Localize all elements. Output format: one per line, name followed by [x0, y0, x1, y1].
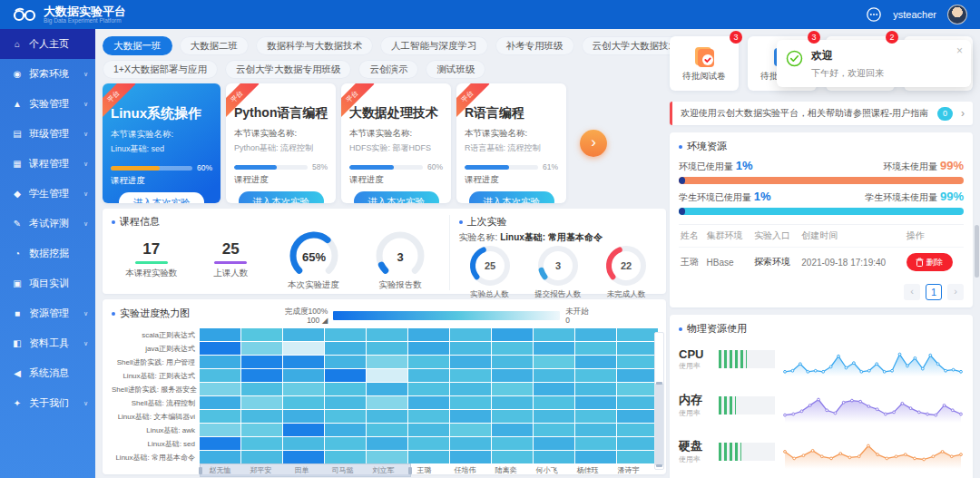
- heatmap-cell: [367, 410, 407, 423]
- logo-icon: [13, 7, 36, 22]
- heatmap-horizontal-zoom-slider[interactable]: [200, 463, 411, 477]
- enter-experiment-button[interactable]: 进入本次实验: [469, 191, 554, 203]
- class-tab[interactable]: 大数据一班: [103, 36, 172, 55]
- heatmap-cell: [241, 369, 282, 382]
- announcement-bar[interactable]: 欢迎使用云创大数据实验平台，相关帮助请参照课程-用户指南 0 ›: [670, 102, 973, 125]
- heatmap-cell: [617, 410, 658, 423]
- heatmap-cell: [283, 437, 324, 450]
- sidebar-item-8[interactable]: ▣项目实训: [0, 268, 95, 298]
- heatmap-cell: [367, 383, 407, 395]
- chevron-down-icon: ∨: [83, 340, 88, 347]
- table-header: 实验入口: [752, 225, 799, 248]
- heatmap-cell: [325, 437, 366, 450]
- heatmap-panel: 实验进度热力图 完成度100% 100 ◢ 未开始 0 scala正则表达式ja…: [103, 299, 666, 474]
- legend-min-value: 0: [565, 316, 589, 325]
- sidebar-item-9[interactable]: ■资源管理∨: [0, 298, 95, 328]
- class-tab[interactable]: 大数据二班: [180, 36, 250, 55]
- pending-card-0[interactable]: 待批阅试卷3: [670, 36, 739, 91]
- env-usage-bar: [679, 208, 964, 215]
- usage-sparkline: [782, 385, 964, 425]
- heatmap-cell: [575, 451, 616, 463]
- heatmap-row-label: Shell进阶实践: 用户管理: [112, 356, 195, 369]
- course-card-2: 平台大数据处理技术本节课实验名称:HDFS实验: 部署HDFS60%课程进度进入…: [341, 83, 451, 203]
- carousel-next-button[interactable]: ›: [580, 130, 607, 157]
- experiment-entry-link[interactable]: 探索环境: [754, 257, 790, 267]
- sidebar-item-0[interactable]: ⌂个人主页: [0, 29, 95, 59]
- heatmap-cell: [534, 383, 574, 395]
- experiment-name-label: 本节课实验名称:: [111, 129, 212, 141]
- messages-icon[interactable]: [866, 6, 882, 23]
- class-tab[interactable]: 云创大学大数据专用班级: [225, 60, 352, 79]
- sidebar-item-10[interactable]: ◧资料工具∨: [0, 328, 95, 358]
- heatmap-cell: [367, 424, 407, 436]
- page-next-button[interactable]: ›: [947, 284, 964, 300]
- heatmap-y-labels: scala正则表达式java正则表达式Shell进阶实践: 用户管理Linux基…: [112, 328, 200, 477]
- sidebar-item-1[interactable]: ◉探索环境∨: [0, 59, 95, 89]
- sidebar-item-7[interactable]: ◔数据挖掘: [0, 239, 95, 268]
- env-left-label: 学生环境已使用量 1%: [679, 190, 771, 204]
- heatmap-cell: [575, 328, 616, 341]
- announcement-arrow-icon[interactable]: ›: [961, 107, 965, 120]
- class-tab[interactable]: 测试班级: [426, 60, 485, 79]
- right-column: 待批阅试卷3待批注报告32 欢迎 下午好，欢迎回来 × 欢迎使用云创大数据实验平…: [670, 36, 973, 478]
- user-avatar[interactable]: [947, 5, 967, 24]
- heatmap-cell: [241, 383, 282, 395]
- heatmap-cell: [617, 424, 658, 436]
- heatmap-row-label: Linux基础: sed: [112, 437, 195, 451]
- sidebar-item-6[interactable]: ✎考试评测∨: [0, 209, 95, 239]
- course-title: Linux系统操作: [111, 105, 212, 122]
- class-tab[interactable]: 数据科学与大数据技术: [256, 36, 373, 55]
- page-prev-button[interactable]: ‹: [904, 284, 920, 300]
- heatmap-cell: [200, 383, 240, 395]
- sidebar-item-5[interactable]: ◆学生管理∨: [0, 179, 95, 209]
- app-subtitle: Big Data Experiment Platform: [44, 17, 126, 24]
- student-icon: ◆: [12, 189, 23, 199]
- class-tab[interactable]: 补考专用班级: [495, 36, 574, 55]
- heatmap-cell: [408, 437, 449, 450]
- heatmap-cell: [575, 410, 616, 423]
- enter-experiment-button[interactable]: 进入本次实验: [354, 191, 439, 203]
- class-tab[interactable]: 1+X大数据部署与应用: [103, 60, 218, 79]
- chevron-down-icon: ∨: [83, 400, 88, 407]
- heatmap-cell: [241, 437, 282, 450]
- home-icon: ⌂: [12, 39, 23, 49]
- legend-max-value: 100 ◢: [285, 316, 328, 325]
- heatmap-cell: [283, 383, 324, 395]
- resource-name: 硬盘: [679, 438, 711, 454]
- heatmap-cell: [617, 342, 658, 355]
- resource-name: CPU: [679, 347, 711, 361]
- heatmap-row-label: Linux基础: awk: [112, 424, 195, 437]
- page-number[interactable]: 1: [926, 284, 942, 300]
- heatmap-title: 实验进度热力图: [120, 307, 190, 320]
- course-card-3: 平台R语言编程本节课实验名称:R语言基础: 流程控制61%课程进度进入本次实验: [456, 83, 566, 203]
- sidebar-item-12[interactable]: ✦关于我们∨: [0, 388, 95, 418]
- username[interactable]: ysteacher: [893, 9, 936, 20]
- resource-icon: ■: [12, 308, 23, 318]
- table-header: 集群环境: [705, 225, 752, 248]
- sidebar-item-2[interactable]: ▲实验管理∨: [0, 89, 95, 119]
- sidebar-item-label: 班级管理: [29, 127, 69, 141]
- class-tab[interactable]: 云创演示: [358, 60, 418, 79]
- sidebar-item-3[interactable]: ▤班级管理∨: [0, 119, 95, 149]
- heatmap-cell: [241, 451, 282, 463]
- class-tab[interactable]: 人工智能与深度学习: [380, 36, 488, 55]
- delete-button[interactable]: 删除: [906, 253, 953, 271]
- enter-experiment-button[interactable]: 进入本次实验: [239, 191, 324, 203]
- env-left-label: 环境已使用量 1%: [679, 159, 753, 173]
- heatmap-cell: [408, 424, 449, 436]
- heatmap-cell: [450, 451, 491, 463]
- page-scrollbar[interactable]: [975, 225, 979, 278]
- toast-close-icon[interactable]: ×: [956, 44, 963, 57]
- enter-experiment-button[interactable]: 进入本次实验: [119, 192, 204, 203]
- env-title-row: 环境资源: [679, 140, 964, 153]
- sidebar-item-4[interactable]: ▦课程管理∨: [0, 149, 95, 179]
- heatmap-cell: [325, 342, 366, 355]
- sidebar-item-11[interactable]: ◀系统消息: [0, 358, 95, 388]
- legend-gradient-bar[interactable]: [333, 311, 560, 320]
- heatmap-cell: [534, 369, 574, 382]
- message-icon: ◀: [12, 368, 23, 378]
- pending-card-label: 待批阅试卷: [682, 71, 726, 83]
- heatmap-vertical-zoom-slider[interactable]: [654, 332, 664, 470]
- heatmap-cell: [534, 451, 574, 463]
- bullet-dot-icon: [459, 220, 463, 224]
